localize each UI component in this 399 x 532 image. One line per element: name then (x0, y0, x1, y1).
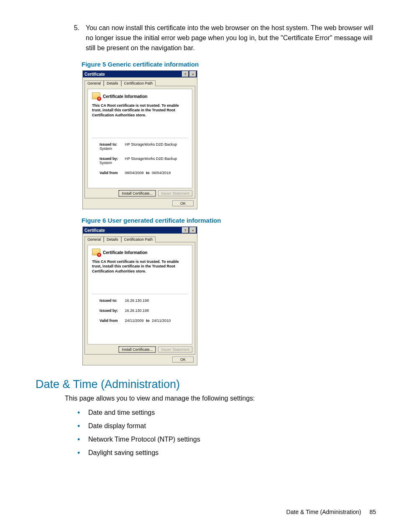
divider (92, 138, 188, 138)
certificate-icon (92, 93, 100, 100)
dialog-title: Certificate (84, 72, 105, 77)
valid-label: Valid from (100, 319, 124, 323)
page-footer: Date & Time (Administration) 85 (286, 509, 376, 515)
figure5-caption: Figure 5 Generic certificate information (82, 61, 382, 68)
footer-label: Date & Time (Administration) (286, 509, 361, 515)
valid-row: Valid from 08/04/2008 to 06/04/2018 (100, 171, 188, 175)
tab-certpath[interactable]: Certification Path (121, 80, 156, 86)
valid-to: 06/04/2018 (152, 171, 171, 175)
valid-from: 24/11/2009 (125, 319, 144, 323)
cert-warning: This CA Root certificate is not trusted.… (92, 103, 188, 118)
issued-by-label: Issued by: (100, 308, 124, 313)
ok-button[interactable]: OK (172, 200, 194, 206)
section-heading: Date & Time (Administration) (36, 378, 382, 391)
cert-info-header: Certificate Information (92, 249, 188, 256)
list-item: Network Time Protocol (NTP) settings (77, 434, 382, 445)
figure5-certificate-dialog: Certificate ? × General Details Certific… (82, 70, 197, 209)
list-item: Daylight saving settings (77, 448, 382, 458)
figure6-certificate-dialog: Certificate ? × General Details Certific… (82, 226, 197, 365)
issued-to-row: Issued to: 16.26.130.198 (100, 298, 188, 303)
valid-to: 24/11/2010 (152, 319, 171, 323)
close-icon[interactable]: × (189, 71, 196, 77)
settings-list: Date and time settings Date display form… (77, 408, 382, 458)
step-5: 5. You can now install this certificate … (67, 23, 382, 53)
list-item: Date display format (77, 421, 382, 431)
valid-label: Valid from (100, 171, 124, 175)
issuer-statement-button: Issuer Statement (158, 190, 192, 196)
issued-by-row: Issued by: HP StorageWorks D2D Backup Sy… (100, 157, 188, 165)
tab-details[interactable]: Details (104, 80, 121, 86)
valid-row: Valid from 24/11/2009 to 24/11/2010 (100, 319, 188, 323)
dialog-titlebar: Certificate ? × (83, 227, 197, 234)
cert-info-title: Certificate Information (103, 250, 148, 255)
figure6-caption: Figure 6 User generated certificate info… (82, 217, 382, 224)
dialog-title: Certificate (84, 228, 105, 233)
install-certificate-button[interactable]: Install Certificate... (119, 347, 156, 352)
certificate-icon (92, 249, 100, 256)
issued-to-label: Issued to: (100, 142, 124, 146)
valid-to-label: to (146, 319, 150, 323)
issued-to-row: Issued to: HP StorageWorks D2D Backup Sy… (100, 142, 188, 151)
issued-to-label: Issued to: (100, 298, 124, 303)
issued-by-value: 16.26.130.198 (125, 308, 149, 313)
dialog-titlebar: Certificate ? × (83, 71, 197, 77)
cert-warning: This CA Root certificate is not trusted.… (92, 260, 188, 274)
tab-general[interactable]: General (84, 80, 104, 86)
tab-panel-general: Certificate Information This CA Root cer… (84, 242, 195, 355)
tab-details[interactable]: Details (104, 236, 121, 242)
issued-by-label: Issued by: (100, 157, 124, 161)
close-icon[interactable]: × (189, 227, 196, 233)
tabstrip: General Details Certification Path (84, 236, 195, 242)
tab-certpath[interactable]: Certification Path (121, 236, 156, 242)
tab-panel-general: Certificate Information This CA Root cer… (84, 86, 195, 198)
cert-info-header: Certificate Information (92, 93, 188, 100)
tabstrip: General Details Certification Path (84, 80, 195, 86)
page-number: 85 (369, 509, 376, 515)
issued-to-value: 16.26.130.198 (125, 298, 149, 303)
help-icon[interactable]: ? (182, 227, 189, 233)
install-certificate-button[interactable]: Install Certificate... (119, 190, 156, 196)
issuer-statement-button: Issuer Statement (158, 347, 192, 352)
divider (92, 294, 188, 294)
list-item: Date and time settings (77, 408, 382, 418)
step-number: 5. (67, 23, 79, 33)
step-text: You can now install this certificate int… (86, 23, 382, 53)
valid-to-label: to (146, 171, 150, 175)
ok-button[interactable]: OK (172, 357, 194, 362)
section-intro: This page allows you to view and manage … (65, 393, 382, 403)
issued-by-row: Issued by: 16.26.130.198 (100, 308, 188, 313)
cert-info-title: Certificate Information (103, 94, 148, 99)
valid-from: 08/04/2008 (125, 171, 144, 175)
help-icon[interactable]: ? (182, 71, 189, 77)
tab-general[interactable]: General (84, 236, 104, 242)
